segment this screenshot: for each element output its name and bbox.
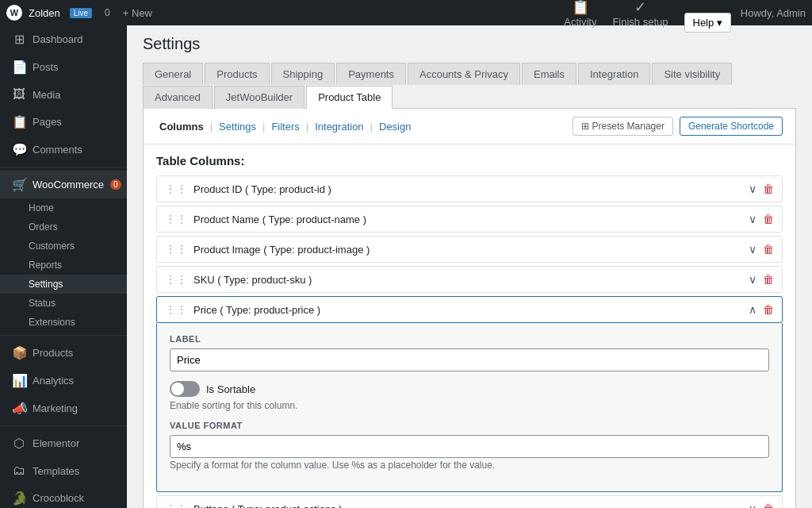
sidebar-item-customers[interactable]: Customers [0, 237, 127, 256]
settings-content: Columns | Settings | Filters | Integrati… [143, 109, 796, 508]
sidebar-item-orders[interactable]: Orders [0, 217, 127, 237]
column-row[interactable]: ⋮⋮ Buttons ( Type: product-actions ) ∨ 🗑 [156, 495, 783, 508]
tab-site-visibility[interactable]: Site visibility [652, 63, 732, 85]
sidebar-item-label: Comments [33, 144, 82, 156]
drag-handle-icon[interactable]: ⋮⋮ [165, 213, 187, 225]
column-label: Product ID ( Type: product-id ) [193, 183, 749, 195]
crocoblock-icon: 🐊 [12, 491, 26, 506]
sub-tab-integration[interactable]: Integration [312, 119, 366, 134]
templates-icon: 🗂 [12, 464, 26, 478]
notification-count[interactable]: 0 [105, 7, 110, 18]
column-label: SKU ( Type: product-sku ) [193, 274, 749, 286]
label-field-title: LABEL [170, 334, 769, 344]
tab-integration[interactable]: Integration [578, 63, 650, 85]
tab-emails[interactable]: Emails [522, 63, 576, 85]
new-button[interactable]: + New [123, 7, 152, 19]
tab-shipping[interactable]: Shipping [271, 63, 335, 85]
dashboard-icon: ⊞ [12, 32, 26, 47]
main-tabs: General Products Shipping Payments Accou… [143, 63, 796, 109]
sidebar-item-label: Marketing [33, 402, 78, 414]
tab-product-table[interactable]: Product Table [306, 86, 393, 109]
sidebar-item-label: Products [33, 347, 73, 359]
presets-manager-button[interactable]: ⊞ Presets Manager [573, 117, 673, 136]
column-label: Product Image ( Type: product-image ) [193, 244, 749, 256]
table-columns-section: Table Columns: ⋮⋮ Product ID ( Type: pro… [144, 144, 795, 508]
generate-shortcode-button[interactable]: Generate Shortcode [680, 117, 783, 136]
sidebar-item-pages[interactable]: 📋 Pages [0, 108, 127, 136]
expand-button[interactable]: ∨ [749, 243, 756, 256]
column-row[interactable]: ⋮⋮ Product Image ( Type: product-image )… [156, 236, 783, 263]
activity-button[interactable]: 📋 Activity [564, 0, 596, 28]
sidebar-item-label: Templates [33, 465, 79, 477]
column-row[interactable]: ⋮⋮ Product ID ( Type: product-id ) ∨ 🗑 [156, 175, 783, 202]
sidebar-item-products[interactable]: 📦 Products [0, 339, 127, 367]
sub-tab-columns[interactable]: Columns [156, 119, 207, 134]
sidebar-item-media[interactable]: 🖼 Media [0, 81, 127, 108]
expand-button[interactable]: ∨ [749, 183, 756, 195]
value-format-input[interactable] [170, 435, 769, 458]
column-label: Price ( Type: product-price ) [193, 304, 749, 316]
delete-column-button[interactable]: 🗑 [763, 273, 774, 286]
sidebar-item-extensions[interactable]: Extensions [0, 313, 127, 332]
tab-products[interactable]: Products [205, 63, 269, 85]
sidebar-item-reports[interactable]: Reports [0, 256, 127, 275]
sidebar-item-label: Elementor [33, 437, 79, 449]
tab-jetwoobuilder[interactable]: JetWooBuilder [214, 86, 304, 109]
wp-logo[interactable]: W [6, 5, 22, 21]
sidebar-item-analytics[interactable]: 📊 Analytics [0, 367, 127, 394]
sidebar-item-crocoblock[interactable]: 🐊 Crocoblock [0, 484, 127, 508]
column-row[interactable]: ⋮⋮ SKU ( Type: product-sku ) ∨ 🗑 [156, 266, 783, 293]
sidebar-item-comments[interactable]: 💬 Comments [0, 136, 127, 164]
sidebar-item-templates[interactable]: 🗂 Templates [0, 457, 127, 484]
column-row-price[interactable]: ⋮⋮ Price ( Type: product-price ) ∧ 🗑 [156, 296, 783, 323]
sub-tab-filters[interactable]: Filters [268, 119, 302, 134]
sidebar-item-posts[interactable]: 📄 Posts [0, 53, 127, 81]
tab-advanced[interactable]: Advanced [143, 86, 213, 109]
column-label: Product Name ( Type: product-name ) [193, 214, 749, 225]
media-icon: 🖼 [12, 87, 26, 102]
expand-button[interactable]: ∨ [749, 273, 756, 286]
tab-general[interactable]: General [143, 63, 203, 85]
tab-payments[interactable]: Payments [336, 63, 406, 85]
site-name[interactable]: Zolden [29, 7, 60, 19]
expand-button[interactable]: ∨ [749, 213, 756, 225]
sidebar-item-elementor[interactable]: ⬡ Elementor [0, 429, 127, 457]
drag-handle-icon[interactable]: ⋮⋮ [165, 273, 187, 286]
drag-handle-icon[interactable]: ⋮⋮ [165, 303, 187, 316]
sidebar-item-dashboard[interactable]: ⊞ Dashboard [0, 25, 127, 53]
sidebar-item-settings[interactable]: Settings [0, 275, 127, 294]
live-badge: Live [70, 8, 92, 18]
label-input[interactable] [170, 348, 769, 371]
posts-icon: 📄 [12, 60, 26, 75]
sub-tab-design[interactable]: Design [376, 119, 414, 134]
page-title: Settings [143, 35, 796, 53]
presets-icon: ⊞ [581, 121, 589, 132]
sidebar-item-woocommerce[interactable]: 🛒 WooCommerce 0 [0, 171, 127, 198]
sidebar-item-home[interactable]: Home [0, 198, 127, 217]
delete-column-button[interactable]: 🗑 [763, 213, 774, 225]
drag-handle-icon[interactable]: ⋮⋮ [165, 502, 187, 508]
column-row[interactable]: ⋮⋮ Product Name ( Type: product-name ) ∨… [156, 206, 783, 233]
delete-column-button[interactable]: 🗑 [763, 243, 774, 256]
collapse-button[interactable]: ∧ [749, 303, 756, 316]
sidebar-item-marketing[interactable]: 📣 Marketing [0, 394, 127, 422]
delete-column-button[interactable]: 🗑 [763, 183, 774, 195]
delete-column-button[interactable]: 🗑 [763, 502, 774, 508]
finish-setup-button[interactable]: ✓ Finish setup [612, 0, 668, 28]
sortable-toggle[interactable] [170, 381, 200, 397]
sub-tab-settings[interactable]: Settings [216, 119, 259, 134]
help-button[interactable]: Help ▾ [684, 13, 731, 33]
expand-button[interactable]: ∨ [749, 502, 756, 508]
comments-icon: 💬 [12, 142, 26, 157]
howdy-text: Howdy, Admin [741, 7, 806, 19]
products-icon: 📦 [12, 345, 26, 360]
drag-handle-icon[interactable]: ⋮⋮ [165, 243, 187, 256]
sortable-field-group: Is Sortable Enable sorting for this colu… [170, 381, 769, 411]
value-format-field-group: VALUE FORMAT Specify a format for the co… [170, 421, 769, 471]
drag-handle-icon[interactable]: ⋮⋮ [165, 183, 187, 195]
delete-column-button[interactable]: 🗑 [763, 303, 774, 316]
sidebar-item-status[interactable]: Status [0, 294, 127, 313]
sortable-hint: Enable sorting for this column. [170, 400, 769, 411]
value-format-hint: Specify a format for the column value. U… [170, 460, 769, 471]
tab-accounts[interactable]: Accounts & Privacy [408, 63, 520, 85]
